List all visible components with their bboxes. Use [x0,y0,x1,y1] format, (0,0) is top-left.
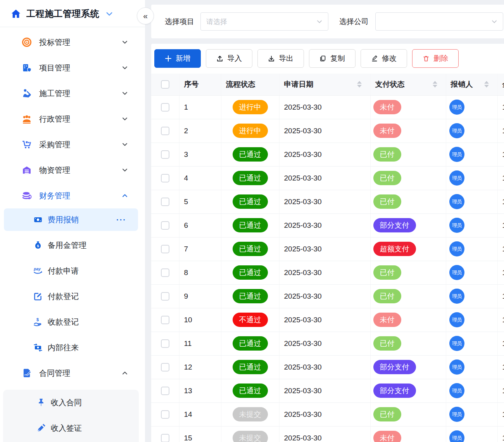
row-index: 3 [184,150,188,158]
project-select[interactable]: 请选择 [200,12,328,31]
apply-date-cell: 2025-03-30 [279,308,370,332]
sidebar-item-materials[interactable]: 物资管理 [0,157,145,183]
row-checkbox[interactable] [161,198,169,206]
serial-cell: 5 [179,190,221,213]
table-row[interactable]: 14 未提交 2025-03-30 已付 理员 1 [151,402,504,426]
cart-icon [21,139,32,150]
add-button-label: 新增 [176,53,190,64]
amount-cell: 1 [497,426,504,442]
col-apply-date-label: 申请日期 [284,79,314,89]
company-select[interactable] [375,12,503,31]
pay-status-pill: 已付 [373,336,401,351]
brand[interactable]: 工程施工管理系统 [0,0,145,27]
apply-date: 2025-03-30 [284,127,322,135]
table-row[interactable]: 2 进行中 2025-03-30 未付 理员 1 [151,119,504,143]
sort-icon[interactable] [484,81,489,88]
table-row[interactable]: 8 已通过 2025-03-30 已付 理员 1 [151,261,504,284]
table-row[interactable]: 12 已通过 2025-03-30 部分支付 理员 1 [151,355,504,379]
table-row[interactable]: 5 已通过 2025-03-30 已付 理员 1 [151,190,504,213]
add-button[interactable]: 新增 [154,49,201,68]
sidebar-subitem-payment-register[interactable]: 付款登记 [0,284,145,309]
more-options-icon[interactable]: ··· [116,215,126,224]
select-all-checkbox[interactable] [161,80,169,89]
svg-text:pay: pay [33,267,41,271]
copy-button[interactable]: 复制 [309,49,356,68]
sidebar-subitem-label: 收入签证 [51,423,82,433]
sidebar-item-finance[interactable]: 财务管理 [0,183,145,208]
flow-status-pill: 未提交 [233,431,268,442]
sidebar-subitem-income-contract[interactable]: 收入合同 [3,390,139,415]
table-row[interactable]: 10 不通过 2025-03-30 未付 理员 1 [151,308,504,332]
table-row[interactable]: 9 已通过 2025-03-30 已付 理员 1 [151,284,504,308]
import-button[interactable]: 导入 [206,49,252,68]
row-checkbox[interactable] [161,363,169,371]
sidebar-subitem-payment-request[interactable]: pay 付款申请 [0,258,145,284]
row-checkbox[interactable] [161,339,169,348]
contract-icon [21,368,32,378]
col-apply-date[interactable]: 申请日期 [279,74,370,95]
row-select-cell [151,190,179,213]
apply-date-cell: 2025-03-30 [279,143,370,166]
table-row[interactable]: 13 已通过 2025-03-30 部分支付 理员 1 [151,379,504,402]
table-row[interactable]: 1 进行中 2025-03-30 未付 理员 1 [151,95,504,119]
sidebar-subitem-expense-reimbursement[interactable]: 费用报销 ··· [4,208,138,231]
flow-status-cell: 已通过 [221,213,279,237]
row-checkbox[interactable] [161,174,169,182]
row-checkbox[interactable] [161,387,169,395]
row-checkbox[interactable] [161,410,169,419]
table-row[interactable]: 15 未提交 2025-03-30 未付 理员 1 [151,426,504,442]
table-row[interactable]: 7 已通过 2025-03-30 超额支付 理员 1 [151,237,504,261]
row-checkbox[interactable] [161,127,169,135]
row-checkbox[interactable] [161,434,169,442]
row-checkbox[interactable] [161,221,169,230]
table-row[interactable]: 11 已通过 2025-03-30 已付 理员 1 [151,332,504,355]
table-row[interactable]: 3 已通过 2025-03-30 已付 理员 1 [151,143,504,166]
sidebar-subitem-internal-transactions[interactable]: 内部往来 [0,335,145,360]
delete-button[interactable]: 删除 [412,49,459,68]
serial-cell: 11 [179,332,221,355]
modify-button[interactable]: 修改 [361,49,407,68]
avatar: 理员 [449,194,464,209]
table-row[interactable]: 6 已通过 2025-03-30 部分支付 理员 1 [151,213,504,237]
sidebar-item-construction[interactable]: 施工管理 [0,81,145,106]
sidebar-item-procurement[interactable]: 采购管理 [0,132,145,157]
row-checkbox[interactable] [161,292,169,301]
sidebar-subitem-petty-cash[interactable]: $ 备用金管理 [0,232,145,258]
sidebar-subitem-receipt-register[interactable]: $ 收款登记 [0,309,145,335]
col-person[interactable]: 报销人 [446,74,497,95]
pay-status-pill: 已付 [373,265,401,280]
person-cell: 理员 [446,261,497,284]
row-select-cell [151,284,179,308]
sidebar-subitem-income-visa[interactable]: 收入签证 [3,415,139,441]
export-button[interactable]: 导出 [257,49,304,68]
sort-icon[interactable] [357,81,362,88]
row-checkbox[interactable] [161,103,169,112]
brand-chevron-down-icon[interactable] [105,10,113,18]
sidebar-item-admin[interactable]: 行政管理 [0,106,145,132]
sidebar-item-project[interactable]: 项目管理 [0,55,145,81]
sidebar-item-bidding[interactable]: 投标管理 [0,29,145,55]
avatar: 理员 [449,123,464,138]
reimbursement-table: 序号 流程状态 申请日期 支付状态 报销人 金额 1 进行中 2025-03-3… [151,74,504,442]
person-cell: 理员 [446,166,497,190]
sidebar-item-contract[interactable]: 合同管理 [0,360,145,386]
pay-status-pill: 部分支付 [373,218,416,232]
row-index: 6 [184,221,188,229]
row-checkbox[interactable] [161,268,169,277]
col-pay-status[interactable]: 支付状态 [370,74,446,95]
main-content: 选择项目 请选择 选择公司 新增 导入 导出 [151,0,504,442]
apply-date: 2025-03-30 [284,339,322,347]
chevron-down-icon [316,19,323,25]
sort-icon[interactable] [433,81,437,88]
row-checkbox[interactable] [161,245,169,253]
pay-status-cell: 已付 [370,284,446,308]
row-checkbox[interactable] [161,150,169,159]
row-checkbox[interactable] [161,316,169,324]
svg-text:$: $ [37,244,39,248]
avatar: 理员 [449,289,464,304]
home-icon [10,8,22,20]
serial-cell: 10 [179,308,221,332]
sidebar-collapse-button[interactable]: « [137,7,154,24]
table-row[interactable]: 4 已通过 2025-03-30 已付 理员 1 [151,166,504,190]
col-amount[interactable]: 金额 [497,74,504,95]
